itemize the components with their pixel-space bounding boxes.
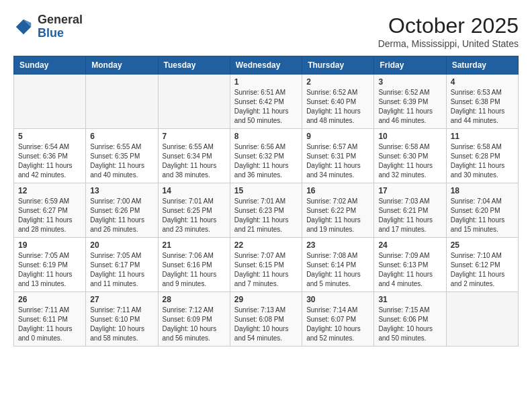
day-number: 1 <box>234 77 298 87</box>
day-number: 19 <box>18 240 81 250</box>
day-info: Sunrise: 7:11 AM Sunset: 6:11 PM Dayligh… <box>18 306 81 343</box>
logo-general-text: General <box>38 13 83 27</box>
day-info: Sunrise: 7:10 AM Sunset: 6:12 PM Dayligh… <box>451 251 514 289</box>
calendar-day-cell: 29Sunrise: 7:13 AM Sunset: 6:08 PM Dayli… <box>230 292 302 347</box>
day-number: 31 <box>378 295 441 304</box>
calendar-day-cell: 25Sunrise: 7:10 AM Sunset: 6:12 PM Dayli… <box>446 238 518 292</box>
day-info: Sunrise: 7:08 AM Sunset: 6:14 PM Dayligh… <box>306 251 369 289</box>
calendar-day-cell: 17Sunrise: 7:03 AM Sunset: 6:21 PM Dayli… <box>374 183 446 238</box>
day-info: Sunrise: 7:05 AM Sunset: 6:17 PM Dayligh… <box>90 251 153 289</box>
day-info: Sunrise: 6:52 AM Sunset: 6:40 PM Dayligh… <box>306 88 369 126</box>
day-info: Sunrise: 7:01 AM Sunset: 6:23 PM Dayligh… <box>234 197 298 234</box>
day-number: 25 <box>451 240 514 250</box>
day-info: Sunrise: 6:54 AM Sunset: 6:36 PM Dayligh… <box>18 142 81 180</box>
day-info: Sunrise: 6:55 AM Sunset: 6:34 PM Dayligh… <box>163 142 226 180</box>
day-info: Sunrise: 7:00 AM Sunset: 6:26 PM Dayligh… <box>90 197 153 234</box>
title-block: October 2025 Derma, Mississippi, United … <box>378 13 519 49</box>
calendar-day-cell: 26Sunrise: 7:11 AM Sunset: 6:11 PM Dayli… <box>14 292 86 347</box>
day-info: Sunrise: 6:58 AM Sunset: 6:28 PM Dayligh… <box>451 142 514 180</box>
day-number: 16 <box>306 186 369 195</box>
day-info: Sunrise: 7:07 AM Sunset: 6:15 PM Dayligh… <box>234 251 298 289</box>
weekday-header: Saturday <box>446 56 518 75</box>
calendar-day-cell: 28Sunrise: 7:12 AM Sunset: 6:09 PM Dayli… <box>158 292 230 347</box>
calendar-day-cell: 2Sunrise: 6:52 AM Sunset: 6:40 PM Daylig… <box>302 75 374 129</box>
calendar: SundayMondayTuesdayWednesdayThursdayFrid… <box>13 56 519 347</box>
day-number: 14 <box>163 186 226 195</box>
day-number: 7 <box>163 132 226 141</box>
calendar-week-row: 1Sunrise: 6:51 AM Sunset: 6:42 PM Daylig… <box>14 75 519 129</box>
day-number: 6 <box>90 132 153 141</box>
day-info: Sunrise: 6:52 AM Sunset: 6:39 PM Dayligh… <box>378 88 441 126</box>
calendar-week-row: 26Sunrise: 7:11 AM Sunset: 6:11 PM Dayli… <box>14 292 519 347</box>
calendar-day-cell: 9Sunrise: 6:57 AM Sunset: 6:31 PM Daylig… <box>302 129 374 183</box>
weekday-header: Friday <box>374 56 446 75</box>
day-number: 11 <box>451 132 514 141</box>
calendar-day-cell: 11Sunrise: 6:58 AM Sunset: 6:28 PM Dayli… <box>446 129 518 183</box>
day-info: Sunrise: 6:51 AM Sunset: 6:42 PM Dayligh… <box>234 88 298 126</box>
calendar-day-cell: 18Sunrise: 7:04 AM Sunset: 6:20 PM Dayli… <box>446 183 518 238</box>
weekday-header: Tuesday <box>158 56 230 75</box>
calendar-day-cell <box>446 292 518 347</box>
day-info: Sunrise: 7:15 AM Sunset: 6:06 PM Dayligh… <box>378 306 441 343</box>
day-info: Sunrise: 7:09 AM Sunset: 6:13 PM Dayligh… <box>378 251 441 289</box>
calendar-day-cell <box>86 75 158 129</box>
calendar-day-cell: 31Sunrise: 7:15 AM Sunset: 6:06 PM Dayli… <box>374 292 446 347</box>
calendar-day-cell: 27Sunrise: 7:11 AM Sunset: 6:10 PM Dayli… <box>86 292 158 347</box>
calendar-day-cell: 3Sunrise: 6:52 AM Sunset: 6:39 PM Daylig… <box>374 75 446 129</box>
location: Derma, Mississippi, United States <box>378 38 519 49</box>
month-title: October 2025 <box>378 13 519 38</box>
day-number: 28 <box>163 295 226 304</box>
calendar-day-cell: 1Sunrise: 6:51 AM Sunset: 6:42 PM Daylig… <box>230 75 302 129</box>
day-number: 26 <box>18 295 81 304</box>
day-info: Sunrise: 6:56 AM Sunset: 6:32 PM Dayligh… <box>234 142 298 180</box>
day-info: Sunrise: 7:01 AM Sunset: 6:25 PM Dayligh… <box>163 197 226 234</box>
day-number: 21 <box>163 240 226 250</box>
day-number: 24 <box>378 240 441 250</box>
day-number: 2 <box>306 77 369 87</box>
day-info: Sunrise: 6:57 AM Sunset: 6:31 PM Dayligh… <box>306 142 369 180</box>
calendar-week-row: 5Sunrise: 6:54 AM Sunset: 6:36 PM Daylig… <box>14 129 519 183</box>
day-info: Sunrise: 7:12 AM Sunset: 6:09 PM Dayligh… <box>163 306 226 343</box>
svg-marker-0 <box>16 19 32 35</box>
calendar-header-row: SundayMondayTuesdayWednesdayThursdayFrid… <box>14 56 519 75</box>
day-info: Sunrise: 7:14 AM Sunset: 6:07 PM Dayligh… <box>306 306 369 343</box>
day-number: 15 <box>234 186 298 195</box>
day-number: 20 <box>90 240 153 250</box>
calendar-day-cell: 24Sunrise: 7:09 AM Sunset: 6:13 PM Dayli… <box>374 238 446 292</box>
day-info: Sunrise: 7:02 AM Sunset: 6:22 PM Dayligh… <box>306 197 369 234</box>
day-info: Sunrise: 7:11 AM Sunset: 6:10 PM Dayligh… <box>90 306 153 343</box>
logo-blue-text: Blue <box>38 27 83 40</box>
calendar-day-cell <box>14 75 86 129</box>
calendar-day-cell: 6Sunrise: 6:55 AM Sunset: 6:35 PM Daylig… <box>86 129 158 183</box>
calendar-day-cell: 21Sunrise: 7:06 AM Sunset: 6:16 PM Dayli… <box>158 238 230 292</box>
day-number: 5 <box>18 132 81 141</box>
calendar-day-cell: 12Sunrise: 6:59 AM Sunset: 6:27 PM Dayli… <box>14 183 86 238</box>
calendar-day-cell: 16Sunrise: 7:02 AM Sunset: 6:22 PM Dayli… <box>302 183 374 238</box>
calendar-day-cell: 15Sunrise: 7:01 AM Sunset: 6:23 PM Dayli… <box>230 183 302 238</box>
day-info: Sunrise: 6:55 AM Sunset: 6:35 PM Dayligh… <box>90 142 153 180</box>
day-info: Sunrise: 7:06 AM Sunset: 6:16 PM Dayligh… <box>163 251 226 289</box>
day-info: Sunrise: 7:05 AM Sunset: 6:19 PM Dayligh… <box>18 251 81 289</box>
calendar-day-cell: 13Sunrise: 7:00 AM Sunset: 6:26 PM Dayli… <box>86 183 158 238</box>
calendar-week-row: 19Sunrise: 7:05 AM Sunset: 6:19 PM Dayli… <box>14 238 519 292</box>
day-number: 13 <box>90 186 153 195</box>
logo: General Blue <box>13 13 83 40</box>
day-number: 10 <box>378 132 441 141</box>
day-info: Sunrise: 6:53 AM Sunset: 6:38 PM Dayligh… <box>451 88 514 126</box>
day-info: Sunrise: 6:58 AM Sunset: 6:30 PM Dayligh… <box>378 142 441 180</box>
day-number: 9 <box>306 132 369 141</box>
calendar-day-cell: 22Sunrise: 7:07 AM Sunset: 6:15 PM Dayli… <box>230 238 302 292</box>
calendar-day-cell: 20Sunrise: 7:05 AM Sunset: 6:17 PM Dayli… <box>86 238 158 292</box>
day-number: 22 <box>234 240 298 250</box>
calendar-day-cell: 30Sunrise: 7:14 AM Sunset: 6:07 PM Dayli… <box>302 292 374 347</box>
day-info: Sunrise: 7:03 AM Sunset: 6:21 PM Dayligh… <box>378 197 441 234</box>
calendar-day-cell: 10Sunrise: 6:58 AM Sunset: 6:30 PM Dayli… <box>374 129 446 183</box>
day-number: 18 <box>451 186 514 195</box>
day-number: 12 <box>18 186 81 195</box>
page-header: General Blue October 2025 Derma, Mississ… <box>13 13 519 49</box>
day-number: 3 <box>378 77 441 87</box>
day-info: Sunrise: 7:13 AM Sunset: 6:08 PM Dayligh… <box>234 306 298 343</box>
calendar-day-cell: 14Sunrise: 7:01 AM Sunset: 6:25 PM Dayli… <box>158 183 230 238</box>
logo-icon <box>13 17 34 37</box>
day-number: 8 <box>234 132 298 141</box>
